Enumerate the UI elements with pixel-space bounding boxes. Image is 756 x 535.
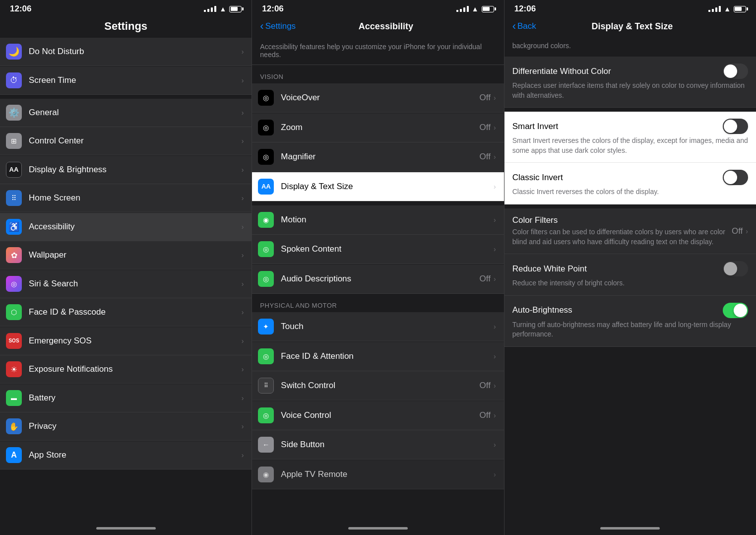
- settings-item-wallpaper[interactable]: ✿ Wallpaper ›: [0, 241, 252, 269]
- acc-item-magnifier[interactable]: ◎ Magnifier Off ›: [252, 142, 504, 172]
- settings-item-siri-search[interactable]: ◎ Siri & Search ›: [0, 270, 252, 298]
- chevron-icon: ›: [494, 352, 496, 360]
- chevron-icon: ›: [242, 194, 244, 202]
- acc-item-side-button[interactable]: ← Side Button ›: [252, 430, 504, 460]
- color-filters-chevron-icon: ›: [746, 227, 748, 235]
- color-filters-desc: Color filters can be used to differentia…: [512, 227, 732, 247]
- siri-label: Siri & Search: [29, 279, 242, 289]
- bg-desc-text: background colors.: [504, 37, 756, 57]
- touch-label: Touch: [281, 322, 494, 332]
- switch-control-icon: ⠿: [258, 378, 274, 394]
- do-not-disturb-label: Do Not Disturb: [29, 47, 242, 57]
- auto-brightness-desc: Turning off auto-brightness may affect b…: [512, 320, 748, 339]
- settings-item-emergency-sos[interactable]: SOS Emergency SOS ›: [0, 327, 252, 355]
- reduce-white-point-toggle[interactable]: [723, 261, 748, 276]
- reduce-white-point-title: Reduce White Point: [512, 264, 587, 274]
- settings-item-home-screen[interactable]: ⠿ Home Screen ›: [0, 184, 252, 212]
- screen-time-icon: ⏱: [6, 72, 22, 88]
- status-icons-1: ▲: [204, 5, 242, 13]
- chevron-icon: ›: [242, 280, 244, 288]
- face-id-attention-label: Face ID & Attention: [281, 351, 494, 361]
- smart-invert-toggle[interactable]: [723, 119, 748, 134]
- acc-item-apple-tv-remote[interactable]: ◉ Apple TV Remote ›: [252, 460, 504, 489]
- acc-item-face-id-attention[interactable]: ◎ Face ID & Attention ›: [252, 342, 504, 371]
- settings-item-accessibility[interactable]: ♿ Accessibility ›: [0, 213, 252, 241]
- acc-item-display-text-size[interactable]: AA Display & Text Size ›: [252, 172, 504, 201]
- auto-brightness-title: Auto-Brightness: [512, 305, 572, 315]
- settings-item-face-id[interactable]: ⬡ Face ID & Passcode ›: [0, 298, 252, 327]
- settings-item-do-not-disturb[interactable]: 🌙 Do Not Disturb ›: [0, 38, 252, 66]
- acc-item-switch-control[interactable]: ⠿ Switch Control Off ›: [252, 371, 504, 401]
- motion-label: Motion: [281, 215, 494, 225]
- chevron-icon: ›: [494, 382, 496, 390]
- general-label: General: [29, 108, 242, 118]
- differentiate-without-color-item: Differentiate Without Color Replaces use…: [504, 57, 756, 108]
- chevron-icon: ›: [494, 94, 496, 102]
- reduce-white-point-desc: Reduce the intensity of bright colors.: [512, 278, 748, 288]
- settings-item-exposure[interactable]: ☀ Exposure Notifications ›: [0, 355, 252, 384]
- acc-item-spoken-content[interactable]: ◎ Spoken Content ›: [252, 235, 504, 264]
- signal-icon-2: [456, 6, 469, 12]
- face-id-attention-icon: ◎: [258, 348, 274, 364]
- acc-item-voice-control[interactable]: ◎ Voice Control Off ›: [252, 401, 504, 430]
- status-icons-3: ▲: [708, 5, 746, 13]
- screen-time-label: Screen Time: [29, 75, 242, 85]
- color-filters-title: Color Filters: [512, 215, 558, 225]
- chevron-icon: ›: [494, 183, 496, 191]
- classic-invert-title: Classic Invert: [512, 173, 563, 183]
- accessibility-list: VISION ◎ VoiceOver Off › ◎ Zoom Off › ◎ …: [252, 65, 504, 521]
- side-button-label: Side Button: [281, 440, 494, 450]
- voice-control-label: Voice Control: [281, 410, 479, 420]
- settings-title: Settings: [104, 20, 147, 32]
- vision-section-header: VISION: [252, 65, 504, 83]
- color-filters-item[interactable]: Color Filters Color filters can be used …: [504, 208, 756, 254]
- back-label: Settings: [265, 21, 296, 31]
- battery-icon-2: [482, 6, 494, 12]
- spoken-content-icon: ◎: [258, 241, 274, 257]
- auto-brightness-toggle[interactable]: [723, 303, 748, 318]
- privacy-label: Privacy: [29, 421, 242, 431]
- reduce-white-point-item: Reduce White Point Reduce the intensity …: [504, 254, 756, 296]
- battery-label: Battery: [29, 393, 242, 403]
- acc-item-motion[interactable]: ◉ Motion ›: [252, 205, 504, 235]
- wallpaper-label: Wallpaper: [29, 250, 242, 260]
- control-center-icon: ⊞: [6, 133, 22, 149]
- audio-desc-label: Audio Descriptions: [281, 274, 479, 284]
- status-bar-2: 12:06 ▲: [252, 0, 504, 16]
- chevron-icon: ›: [242, 394, 244, 402]
- home-indicator-3: [504, 521, 756, 535]
- voiceover-icon: ◎: [258, 90, 274, 106]
- back-to-accessibility[interactable]: ‹ Back: [512, 20, 536, 33]
- chevron-icon: ›: [494, 216, 496, 224]
- color-filters-right: Off ›: [732, 226, 748, 236]
- panel-accessibility: 12:06 ▲ ‹ Settings Accessibility Accessi…: [252, 0, 504, 535]
- settings-item-general[interactable]: ⚙️ General ›: [0, 99, 252, 127]
- chevron-icon: ›: [242, 451, 244, 459]
- settings-item-display-brightness[interactable]: AA Display & Brightness ›: [0, 156, 252, 184]
- panel-settings: 12:06 ▲ Settings 🌙 Do Not Disturb ›: [0, 0, 252, 535]
- chevron-icon: ›: [242, 137, 244, 145]
- differentiate-toggle[interactable]: [723, 64, 748, 79]
- voice-control-icon: ◎: [258, 407, 274, 423]
- home-indicator-2: [252, 521, 504, 535]
- settings-item-battery[interactable]: ▬ Battery ›: [0, 384, 252, 412]
- switch-control-label: Switch Control: [281, 381, 479, 391]
- acc-item-zoom[interactable]: ◎ Zoom Off ›: [252, 113, 504, 142]
- settings-item-screen-time[interactable]: ⏱ Screen Time ›: [0, 67, 252, 95]
- settings-item-control-center[interactable]: ⊞ Control Center ›: [0, 127, 252, 155]
- emergency-sos-label: Emergency SOS: [29, 336, 242, 346]
- chevron-icon: ›: [242, 422, 244, 430]
- classic-invert-toggle[interactable]: [723, 170, 748, 185]
- voiceover-value: Off: [480, 93, 491, 103]
- settings-item-privacy[interactable]: ✋ Privacy ›: [0, 412, 252, 441]
- acc-item-audio-descriptions[interactable]: ◎ Audio Descriptions Off ›: [252, 265, 504, 294]
- back-to-settings[interactable]: ‹ Settings: [260, 20, 296, 33]
- chevron-icon: ›: [494, 323, 496, 331]
- display-text-size-title: Display & Text Size: [536, 21, 728, 32]
- motion-icon: ◉: [258, 212, 274, 228]
- acc-item-touch[interactable]: ✦ Touch ›: [252, 312, 504, 341]
- settings-item-app-store[interactable]: A App Store ›: [0, 441, 252, 469]
- acc-item-voiceover[interactable]: ◎ VoiceOver Off ›: [252, 83, 504, 113]
- switch-control-value: Off: [480, 381, 491, 391]
- wifi-icon-2: ▲: [472, 5, 479, 13]
